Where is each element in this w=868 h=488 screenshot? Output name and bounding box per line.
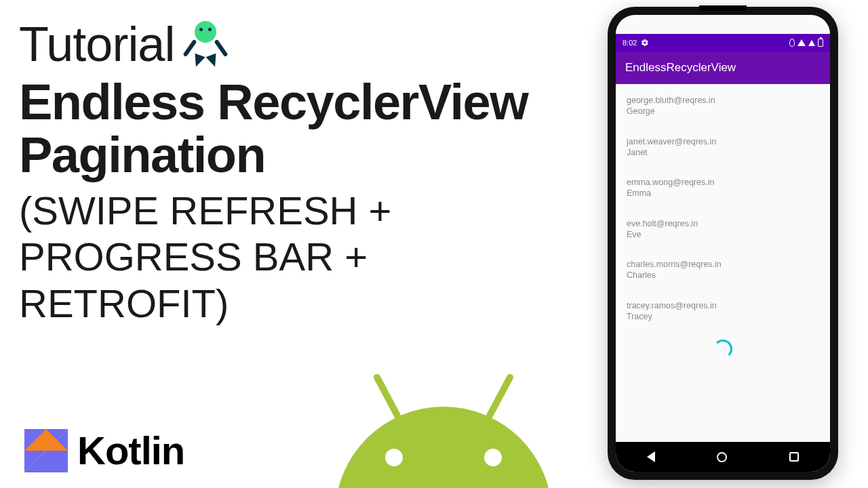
list-item-email: charles.morris@reqres.in xyxy=(627,259,819,270)
list-item-email: emma.wong@reqres.in xyxy=(627,177,819,188)
status-bar: 8:02 xyxy=(616,34,830,52)
list-item-email: janet.weaver@reqres.in xyxy=(627,136,819,147)
recents-button[interactable] xyxy=(789,452,799,462)
location-icon xyxy=(789,39,795,47)
list-item[interactable]: george.bluth@reqres.in George xyxy=(616,88,830,129)
list-item-name: Emma xyxy=(627,188,819,199)
progress-spinner-icon xyxy=(713,340,732,359)
wifi-icon xyxy=(797,39,806,46)
kotlin-label: Kotlin xyxy=(77,428,184,473)
battery-icon xyxy=(818,39,823,47)
app-title: EndlessRecyclerView xyxy=(625,61,736,75)
subtitle: (SWIPE REFRESH + PROGRESS BAR + RETROFIT… xyxy=(19,188,548,327)
list-item-email: george.bluth@reqres.in xyxy=(627,95,819,106)
list-item-name: Eve xyxy=(627,229,819,240)
android-robot-icon xyxy=(321,352,566,488)
main-title: Endless RecyclerView Pagination xyxy=(19,76,548,182)
list-item-name: Janet xyxy=(627,147,819,158)
phone-speaker xyxy=(699,5,747,11)
phone-mockup: 8:02 EndlessRecyclerView george.bluth@re… xyxy=(608,7,838,480)
status-time: 8:02 xyxy=(623,39,637,47)
signal-icon xyxy=(808,40,815,46)
list-item-email: tracey.ramos@reqres.in xyxy=(627,300,819,311)
recycler-list[interactable]: george.bluth@reqres.in George janet.weav… xyxy=(616,84,830,363)
kotlin-badge: Kotlin xyxy=(24,428,184,473)
phone-screen[interactable]: 8:02 EndlessRecyclerView george.bluth@re… xyxy=(616,15,830,472)
list-item-email: eve.holt@reqres.in xyxy=(627,218,819,229)
android-studio-icon xyxy=(182,21,229,67)
list-item-name: Tracey xyxy=(627,311,819,322)
list-item-name: Charles xyxy=(627,270,819,281)
nav-bar xyxy=(616,442,830,472)
home-button[interactable] xyxy=(717,452,727,462)
list-item[interactable]: tracey.ramos@reqres.in Tracey xyxy=(616,293,830,335)
list-item-name: George xyxy=(627,106,819,117)
list-item[interactable]: eve.holt@reqres.in Eve xyxy=(616,211,830,253)
title-block: Tutorial Endless RecyclerView Pagination… xyxy=(19,16,548,327)
kotlin-logo-icon xyxy=(24,429,68,472)
app-bar: EndlessRecyclerView xyxy=(616,52,830,84)
tutorial-label: Tutorial xyxy=(19,16,174,72)
back-button[interactable] xyxy=(647,451,655,462)
tutorial-line: Tutorial xyxy=(19,16,548,72)
list-item[interactable]: janet.weaver@reqres.in Janet xyxy=(616,129,830,171)
list-item[interactable]: charles.morris@reqres.in Charles xyxy=(616,252,830,293)
gear-icon xyxy=(641,39,649,47)
list-item[interactable]: emma.wong@reqres.in Emma xyxy=(616,170,830,211)
